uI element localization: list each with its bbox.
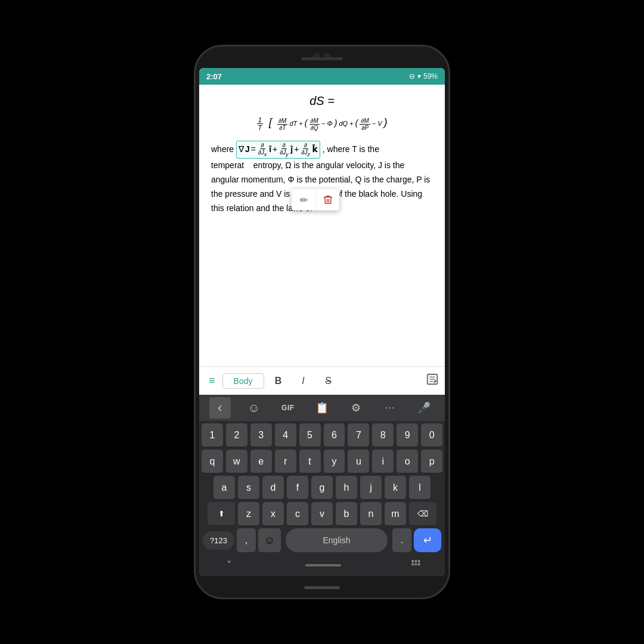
- enter-button[interactable]: ↵: [414, 528, 441, 552]
- key-p[interactable]: p: [421, 450, 442, 473]
- key-a[interactable]: a: [213, 476, 235, 500]
- emoji-face-icon: ☺: [264, 534, 275, 547]
- key-i[interactable]: i: [372, 450, 394, 473]
- number-switch-button[interactable]: ?123: [203, 531, 234, 550]
- svg-rect-6: [411, 560, 414, 562]
- key-b[interactable]: b: [336, 502, 357, 526]
- svg-rect-9: [411, 564, 414, 566]
- key-1[interactable]: 1: [202, 423, 223, 447]
- apps-icon: [410, 559, 421, 569]
- italic-button[interactable]: I: [293, 371, 314, 391]
- highlighted-formula: ∇J = ∂ ∂Jx î + ∂ ∂Jy ĵ + ∂: [236, 141, 320, 159]
- shift-icon: ⬆: [218, 509, 225, 518]
- key-0[interactable]: 0: [421, 423, 442, 447]
- pencil-icon: ✏: [300, 194, 308, 206]
- key-d[interactable]: d: [262, 476, 284, 500]
- document-area: dS = 1 T [ ∂M ∂T: [199, 85, 445, 366]
- nav-home-pill[interactable]: [305, 564, 341, 566]
- row-zxcv: ⬆ z x c v b n m ⌫: [199, 500, 445, 526]
- key-k[interactable]: k: [385, 476, 406, 500]
- keyboard-bottom-row: ?123 , ☺ English . ↵: [199, 526, 445, 555]
- key-w[interactable]: w: [226, 450, 247, 473]
- strikethrough-button[interactable]: S: [318, 371, 339, 391]
- wifi-icon: ▾: [417, 72, 421, 80]
- key-j[interactable]: j: [360, 476, 382, 500]
- key-4[interactable]: 4: [275, 423, 296, 447]
- notes-icon[interactable]: [426, 373, 439, 389]
- comma-key[interactable]: ,: [237, 528, 256, 552]
- body-style-button[interactable]: Body: [222, 373, 264, 389]
- period-key[interactable]: .: [392, 528, 411, 552]
- top-speaker: [301, 57, 343, 60]
- key-o[interactable]: o: [397, 450, 418, 473]
- gif-button[interactable]: GIF: [277, 397, 299, 419]
- clipboard-icon: 📋: [315, 401, 329, 414]
- clipboard-button[interactable]: 📋: [311, 397, 333, 419]
- key-c[interactable]: c: [287, 502, 308, 526]
- key-n[interactable]: n: [360, 502, 382, 526]
- formula-main: 1 T [ ∂M ∂T dT + ( ∂M ∂Q: [211, 109, 433, 136]
- status-time: 2:07: [206, 72, 222, 81]
- key-e[interactable]: e: [250, 450, 272, 473]
- backspace-button[interactable]: ⌫: [409, 502, 436, 526]
- frac-dm-dp: ∂M ∂P: [360, 117, 370, 131]
- key-v[interactable]: v: [311, 502, 333, 526]
- nav-back-button[interactable]: ˅: [223, 555, 236, 575]
- key-7[interactable]: 7: [348, 423, 369, 447]
- key-h[interactable]: h: [336, 476, 357, 500]
- edit-formula-button[interactable]: ✏: [292, 189, 315, 210]
- key-l[interactable]: l: [409, 476, 431, 500]
- formatting-toolbar: ≡ Body B I S: [199, 366, 445, 395]
- frac-1t: 1 T: [256, 116, 263, 131]
- phone-shell: 2:07 ⊖ ▾ 59% dS = 1 T: [194, 45, 450, 599]
- emoji-panel-button[interactable]: ☺: [243, 397, 265, 419]
- keyboard-area: ‹ ☺ GIF 📋 ⚙ ··· 🎤: [199, 395, 445, 576]
- status-icons: ⊖ ▾ 59%: [409, 72, 438, 80]
- key-t[interactable]: t: [299, 450, 321, 473]
- key-5[interactable]: 5: [299, 423, 321, 447]
- trash-icon: [323, 194, 333, 205]
- gif-label: GIF: [281, 404, 295, 412]
- nav-bar: ˅: [199, 555, 445, 576]
- mic-icon: 🎤: [417, 401, 431, 414]
- number-row: 1 2 3 4 5 6 7 8 9 0: [199, 421, 445, 447]
- more-icon: ···: [385, 402, 395, 413]
- mic-button[interactable]: 🎤: [413, 397, 435, 419]
- key-x[interactable]: x: [262, 502, 284, 526]
- key-3[interactable]: 3: [250, 423, 272, 447]
- delete-formula-button[interactable]: [315, 189, 339, 210]
- key-6[interactable]: 6: [324, 423, 345, 447]
- paragraph-menu-icon[interactable]: ≡: [205, 371, 219, 391]
- shift-button[interactable]: ⬆: [208, 502, 235, 526]
- svg-rect-11: [418, 564, 420, 566]
- key-y[interactable]: y: [324, 450, 345, 473]
- keyboard-back-button[interactable]: ‹: [209, 397, 231, 419]
- emoji-key[interactable]: ☺: [258, 528, 281, 552]
- emoji-panel-icon: ☺: [247, 401, 259, 415]
- key-z[interactable]: z: [238, 502, 259, 526]
- key-f[interactable]: f: [287, 476, 308, 500]
- svg-rect-7: [415, 560, 417, 562]
- enter-icon: ↵: [423, 534, 432, 547]
- key-9[interactable]: 9: [397, 423, 418, 447]
- bold-button[interactable]: B: [268, 371, 289, 391]
- key-r[interactable]: r: [275, 450, 296, 473]
- key-g[interactable]: g: [311, 476, 333, 500]
- settings-button[interactable]: ⚙: [345, 397, 367, 419]
- key-s[interactable]: s: [238, 476, 259, 500]
- key-u[interactable]: u: [348, 450, 369, 473]
- key-q[interactable]: q: [202, 450, 223, 473]
- space-key[interactable]: English: [286, 528, 388, 552]
- battery-icon: 59%: [423, 72, 438, 80]
- key-8[interactable]: 8: [372, 423, 394, 447]
- nav-apps-button[interactable]: [410, 559, 421, 572]
- settings-icon: ⚙: [351, 401, 361, 414]
- row-qwerty: q w e r t y u i o p: [199, 447, 445, 473]
- status-bar: 2:07 ⊖ ▾ 59%: [199, 68, 445, 85]
- frac-dm-dt: ∂M ∂T: [277, 117, 287, 131]
- key-2[interactable]: 2: [226, 423, 247, 447]
- svg-rect-10: [415, 564, 417, 566]
- more-button[interactable]: ···: [379, 397, 401, 419]
- key-m[interactable]: m: [385, 502, 406, 526]
- keyboard-toolbar: ‹ ☺ GIF 📋 ⚙ ··· 🎤: [199, 395, 445, 421]
